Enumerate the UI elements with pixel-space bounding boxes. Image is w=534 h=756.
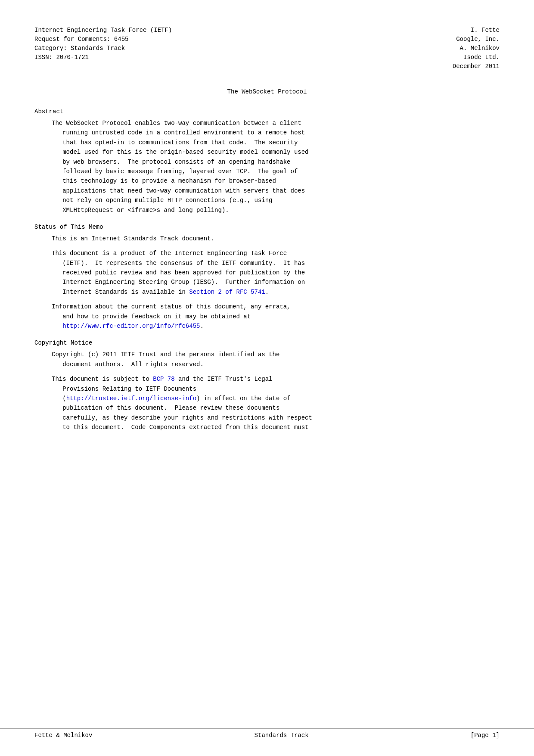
page: Internet Engineering Task Force (IETF) R… [0,0,534,756]
abstract-body: The WebSocket Protocol enables two-way c… [52,118,500,215]
trustee-link[interactable]: http://trustee.ietf.org/license-info [66,395,196,402]
abstract-paragraph: The WebSocket Protocol enables two-way c… [52,118,500,215]
bcp78-link[interactable]: BCP 78 [153,376,174,383]
status-section: Status of This Memo This is an Internet … [34,224,500,331]
header-date: December 2011 [453,62,500,71]
rfc6455-link[interactable]: http://www.rfc-editor.org/info/rfc6455 [62,323,200,330]
status-paragraph2-end: . [265,289,269,296]
header-right: I. Fette Google, Inc. A. Melnikov Isode … [453,26,500,71]
copyright-paragraph2: This document is subject to BCP 78 and t… [52,374,500,432]
document-title: The WebSocket Protocol [34,88,500,95]
document-header: Internet Engineering Task Force (IETF) R… [34,26,500,71]
footer-authors: Fette & Melnikov [34,732,92,739]
rfc5741-link[interactable]: Section 2 of RFC 5741 [189,289,265,296]
copyright-title: Copyright Notice [34,339,500,346]
status-title: Status of This Memo [34,224,500,230]
header-line-category: Category: Standards Track [34,44,172,53]
abstract-title: Abstract [34,108,500,115]
header-line-rfc: Request for Comments: 6455 [34,35,172,44]
copyright-p2-start: This document is subject to [52,376,153,383]
header-author2-org: Isode Ltd. [453,53,500,62]
header-line-org: Internet Engineering Task Force (IETF) [34,26,172,35]
footer-page: [Page 1] [471,732,500,739]
copyright-paragraph1: Copyright (c) 2011 IETF Trust and the pe… [52,350,500,369]
page-footer: Fette & Melnikov Standards Track [Page 1… [0,728,534,739]
footer-category: Standards Track [255,732,309,739]
header-author2-name: A. Melnikov [453,44,500,53]
header-author-org: Google, Inc. [453,35,500,44]
status-paragraph3-end: . [200,323,203,330]
copyright-body: Copyright (c) 2011 IETF Trust and the pe… [52,350,500,432]
status-paragraph2: This document is a product of the Intern… [52,249,500,297]
header-line-issn: ISSN: 2070-1721 [34,53,172,62]
header-author-name: I. Fette [453,26,500,35]
status-paragraph3: Information about the current status of … [52,302,500,331]
status-paragraph1: This is an Internet Standards Track docu… [52,234,500,243]
abstract-section: Abstract The WebSocket Protocol enables … [34,108,500,215]
header-left: Internet Engineering Task Force (IETF) R… [34,26,172,71]
copyright-section: Copyright Notice Copyright (c) 2011 IETF… [34,339,500,432]
status-body: This is an Internet Standards Track docu… [52,234,500,331]
